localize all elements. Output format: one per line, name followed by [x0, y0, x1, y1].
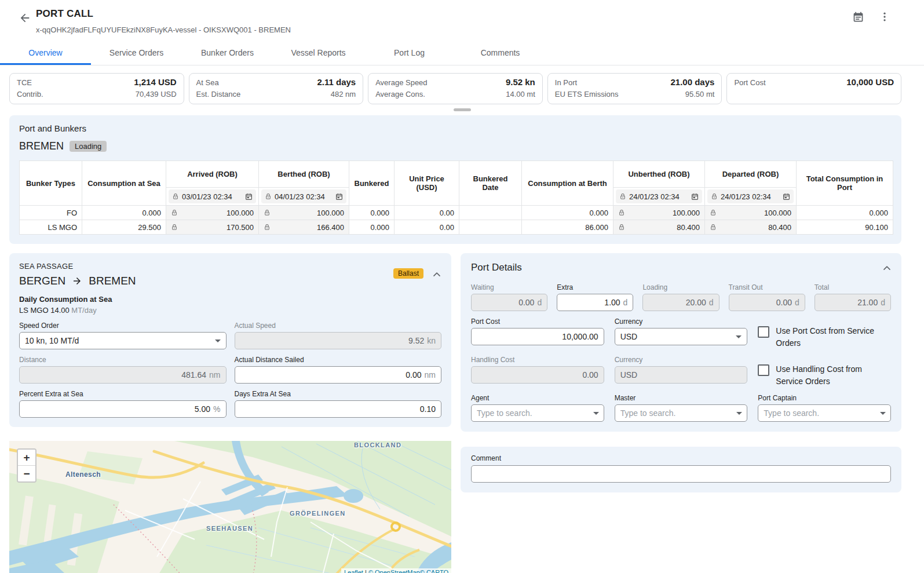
- sea-passage-panel: SEA PASSAGE BERGEN BREMEN Ballast Daily …: [9, 253, 451, 427]
- total-field: Total 21.00d: [815, 283, 891, 311]
- stat-card-tce: TCE1,214 USD Contrib.70,439 USD: [9, 73, 184, 104]
- lsmgo-departed-rob[interactable]: 80.400: [705, 220, 797, 235]
- use-port-cost-checkbox[interactable]: [758, 326, 769, 338]
- fo-bunkered-date[interactable]: [459, 206, 522, 220]
- handling-currency-field: Currency USD: [615, 356, 748, 384]
- total-input: 21.00d: [815, 294, 891, 311]
- tab-comments[interactable]: Comments: [455, 41, 546, 65]
- comment-label: Comment: [471, 454, 891, 462]
- handling-currency-select: USD: [615, 366, 748, 384]
- chevron-down-icon: [215, 340, 221, 342]
- percent-extra-input[interactable]: 5.00%: [19, 400, 227, 418]
- carto-link[interactable]: © CARTO: [420, 569, 448, 573]
- collapse-chevron-up-icon[interactable]: [430, 268, 443, 281]
- tab-service-orders[interactable]: Service Orders: [91, 41, 182, 65]
- days-extra-input[interactable]: 0.10: [235, 400, 442, 418]
- port-captain-field: Port Captain: [758, 394, 891, 422]
- departed-date-input[interactable]: 24/01/23 02:34: [707, 189, 794, 203]
- tab-bunker-orders[interactable]: Bunker Orders: [182, 41, 273, 65]
- stat-value: 482 nm: [331, 89, 356, 100]
- back-button[interactable]: [17, 10, 32, 25]
- stat-label: Est. Distance: [196, 89, 241, 100]
- stat-label: In Port: [555, 77, 577, 89]
- port-and-bunkers-panel: Port and Bunkers BREMEN Loading Bunker T…: [9, 115, 901, 244]
- col-header: Bunkered: [349, 161, 395, 206]
- col-header: Total Consumption in Port: [797, 161, 893, 206]
- fo-total-consumption: 0.000: [797, 206, 893, 220]
- master-field: Master: [615, 394, 748, 422]
- lsmgo-berthed-rob[interactable]: 166.400: [259, 220, 349, 235]
- fo-berthed-rob[interactable]: 100.000: [259, 206, 349, 220]
- status-badge-loading: Loading: [70, 141, 107, 152]
- col-header: Bunkered Date: [459, 161, 522, 206]
- kebab-menu-icon[interactable]: [878, 10, 891, 23]
- lock-icon: [264, 209, 271, 217]
- status-badge-ballast: Ballast: [393, 268, 423, 279]
- master-input[interactable]: [615, 404, 748, 422]
- agent-input[interactable]: [471, 404, 604, 422]
- section-title: Port Details: [471, 262, 891, 273]
- tab-port-log[interactable]: Port Log: [364, 41, 455, 65]
- calendar-icon: [691, 193, 699, 200]
- stat-value: 14.00 mt: [506, 89, 535, 100]
- use-handling-checkbox[interactable]: [758, 364, 769, 376]
- berthed-date-input[interactable]: 04/01/23 02:34: [261, 189, 346, 203]
- event-note-icon[interactable]: [852, 10, 864, 23]
- tab-bar: Overview Service Orders Bunker Orders Ve…: [0, 41, 924, 65]
- unberthed-date-input[interactable]: 24/01/23 02:34: [616, 189, 702, 203]
- daily-consumption-value: LS MGO 14.00: [19, 306, 70, 315]
- stat-label: EU ETS Emissions: [555, 89, 619, 100]
- fo-consumption-at-berth: 0.000: [522, 206, 613, 220]
- port-captain-input[interactable]: [758, 404, 891, 422]
- route-from: BERGEN: [19, 275, 65, 287]
- port-cost-input[interactable]: 10,000.00: [471, 328, 604, 345]
- actual-distance-input[interactable]: 0.00nm: [235, 366, 442, 384]
- extra-input[interactable]: 1.00d: [557, 294, 633, 311]
- lsmgo-arrived-rob[interactable]: 170.500: [166, 220, 259, 235]
- lsmgo-unit-price[interactable]: 0.00: [395, 220, 459, 235]
- port-cost-currency-field: Currency USD: [615, 317, 748, 345]
- stat-label: At Sea: [196, 77, 219, 89]
- actual-distance-field: Actual Distance Sailed 0.00nm: [235, 356, 442, 384]
- fo-bunkered[interactable]: 0.000: [349, 206, 395, 220]
- port-cost-currency-select[interactable]: USD: [615, 328, 748, 345]
- actual-speed-input: 9.52kn: [235, 332, 442, 349]
- fo-arrived-rob[interactable]: 100.000: [166, 206, 259, 220]
- map-label-blockland: BLOCKLAND: [354, 441, 401, 448]
- leaflet-link[interactable]: Leaflet: [344, 569, 363, 573]
- fo-unberthed-rob[interactable]: 100.000: [613, 206, 705, 220]
- comment-input[interactable]: [471, 465, 891, 483]
- route-to: BREMEN: [89, 275, 136, 287]
- zoom-in-button[interactable]: +: [18, 450, 35, 466]
- osm-link[interactable]: © OpenStreetMap: [368, 569, 420, 573]
- speed-order-select[interactable]: 10 kn, 10 MT/d: [19, 332, 227, 349]
- stat-value: 10,000 USD: [846, 76, 894, 88]
- zoom-out-button[interactable]: −: [18, 466, 35, 481]
- bunkers-table: Bunker Types Consumption at Sea Arrived …: [19, 160, 893, 235]
- stat-card-average-speed: Average Speed9.52 kn Average Cons.14.00 …: [368, 73, 543, 104]
- col-header: Unit Price (USD): [395, 161, 459, 206]
- fo-consumption-at-sea: 0.000: [82, 206, 166, 220]
- map-attribution: Leaflet | © OpenStreetMap© CARTO: [341, 568, 451, 573]
- page-header: PORT CALL x-qqOHK2jfadFLFqUYUFEkziNX8Fuy…: [0, 0, 924, 41]
- port-name: BREMEN: [19, 140, 64, 152]
- arrived-date-input[interactable]: 03/01/23 02:34: [169, 189, 256, 203]
- percent-extra-field: Percent Extra at Sea 5.00%: [19, 390, 227, 418]
- lock-icon: [171, 209, 178, 217]
- stats-drag-handle[interactable]: [454, 108, 471, 111]
- col-header: Departed (ROB): [705, 161, 797, 188]
- port-map[interactable]: BLOCKLAND Altenesch GRÖPELINGEN SEEHAUSE…: [9, 441, 451, 573]
- checkbox-label: Use Handling Cost from Service Orders: [776, 363, 891, 388]
- lsmgo-consumption-at-berth: 86.000: [522, 220, 613, 235]
- tab-overview[interactable]: Overview: [0, 41, 91, 65]
- fo-departed-rob[interactable]: 100.000: [705, 206, 797, 220]
- use-port-cost-option: Use Port Cost from Service Orders: [758, 317, 891, 349]
- lsmgo-bunkered[interactable]: 0.000: [349, 220, 395, 235]
- collapse-chevron-up-icon[interactable]: [881, 262, 893, 275]
- tab-vessel-reports[interactable]: Vessel Reports: [273, 41, 364, 65]
- lsmgo-bunkered-date[interactable]: [459, 220, 522, 235]
- map-tiles: [9, 441, 451, 573]
- fo-unit-price[interactable]: 0.00: [395, 206, 459, 220]
- lsmgo-unberthed-rob[interactable]: 80.400: [613, 220, 705, 235]
- page-title: PORT CALL: [36, 8, 93, 20]
